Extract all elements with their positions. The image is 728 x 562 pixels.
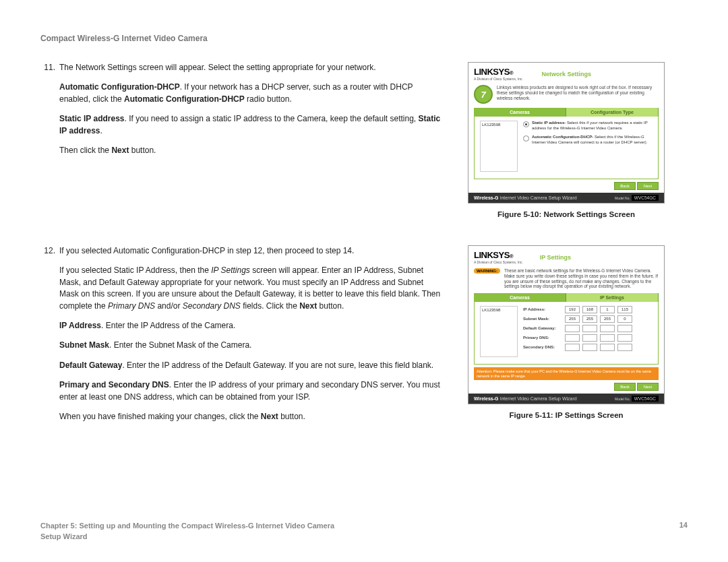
default-gateway-para: Default Gateway. Enter the IP address of… — [59, 360, 445, 371]
wizard-footer-label: Wireless-G Internet Video Camera Setup W… — [474, 195, 577, 200]
tab-ip-settings: IP Settings — [566, 293, 659, 302]
tab-cameras: Cameras — [474, 108, 566, 117]
subnet-mask-para: Subnet Mask. Enter the Subnet Mask of th… — [59, 340, 445, 351]
wizard-description: Linksys wireless products are designed t… — [497, 85, 659, 104]
step-11-dhcp-para: Automatic Configuration-DHCP. If your ne… — [59, 82, 445, 105]
next-button: Next — [637, 383, 659, 391]
linksys-logo: LINKSYS® — [474, 250, 523, 260]
page-number: 14 — [679, 521, 688, 542]
tab-config-type: Configuration Type — [566, 108, 659, 117]
figure-5-10-image: LINKSYS® A Division of Cisco Systems, In… — [468, 62, 665, 204]
linksys-logo: LINKSYS® — [474, 67, 523, 77]
step-12-text: 12. If you selected Automatic Configurat… — [40, 245, 445, 437]
step-badge-icon: 7 — [474, 85, 493, 104]
figure-5-11-caption: Figure 5-11: IP Settings Screen — [509, 411, 623, 419]
step-11-static-para: Static IP address. If you need to assign… — [59, 113, 445, 137]
document-header-title: Compact Wireless-G Internet Video Camera — [40, 34, 688, 43]
model-number: Model No. WVC54GC — [615, 195, 659, 200]
radio-static-ip: Static IP address- Select this if your n… — [523, 121, 653, 131]
step-number-11: 11. — [40, 62, 55, 164]
footer-chapter: Chapter 5: Setting up and Mounting the C… — [40, 521, 334, 542]
attention-note: Attention: Please make sure that your PC… — [474, 367, 659, 380]
model-number: Model No. WVC54GC — [615, 396, 659, 401]
warning-badge-icon: WARNING: — [474, 268, 500, 274]
camera-listbox: LK123598 — [480, 121, 518, 172]
ip-settings-grid: IP Address: 1921681115 Subnet Mask: 2552… — [523, 306, 653, 351]
step-11-text: 11. The Network Settings screen will app… — [40, 62, 445, 218]
figure-5-10-caption: Figure 5-10: Network Settings Screen — [497, 210, 635, 218]
wizard-title: IP Settings — [540, 254, 659, 261]
linksys-subtext: A Division of Cisco Systems, Inc. — [474, 260, 523, 264]
step-12-next-para: When you have finished making your chang… — [59, 411, 445, 423]
ip-address-para: IP Address. Enter the IP Address of the … — [59, 320, 445, 332]
radio-dhcp: Automatic Configuration-DHCP- Select thi… — [523, 135, 653, 145]
wizard-description: These are basic network settings for the… — [504, 268, 659, 289]
dns-para: Primary and Secondary DNS. Enter the IP … — [59, 379, 445, 403]
radio-icon — [523, 121, 529, 127]
step-11-next-para: Then click the Next button. — [59, 145, 445, 156]
step-11-intro: The Network Settings screen will appear.… — [59, 62, 445, 73]
step-12-intro: If you selected Automatic Configuration-… — [59, 245, 445, 257]
radio-icon — [523, 135, 529, 142]
step-number-12: 12. — [40, 245, 55, 431]
next-button: Next — [637, 182, 659, 190]
tab-cameras: Cameras — [474, 293, 566, 302]
wizard-title: Network Settings — [541, 71, 659, 77]
wizard-footer-label: Wireless-G Internet Video Camera Setup W… — [474, 396, 577, 401]
figure-5-11-image: LINKSYS® A Division of Cisco Systems, In… — [468, 245, 665, 404]
step-12-ipsettings-para: If you selected Static IP Address, then … — [59, 265, 445, 312]
linksys-subtext: A Division of Cisco Systems, Inc. — [474, 77, 523, 81]
camera-listbox: LK123598 — [480, 306, 518, 357]
back-button: Back — [614, 383, 636, 391]
back-button: Back — [614, 182, 636, 190]
